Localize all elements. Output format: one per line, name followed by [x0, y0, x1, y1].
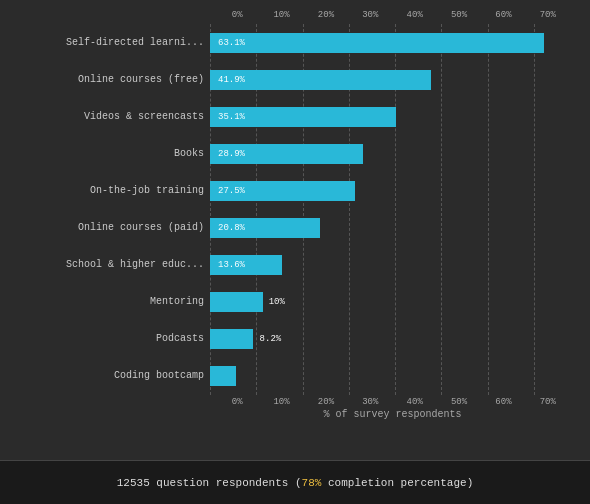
- bottom-axis-label: 10%: [259, 397, 303, 407]
- y-label: Self-directed learni...: [66, 38, 204, 48]
- top-axis-label: 50%: [437, 10, 481, 20]
- bar-value-label: 41.9%: [218, 75, 245, 85]
- bar-row: 35.1%: [210, 103, 580, 131]
- bar: 35.1%: [210, 107, 396, 127]
- bar-value-label: 20.8%: [218, 223, 245, 233]
- bar-row: 10%: [210, 288, 580, 316]
- bar-value-label: 10%: [269, 297, 285, 307]
- top-axis-label: 10%: [259, 10, 303, 20]
- bar-row: [210, 362, 580, 390]
- y-label: Books: [174, 149, 204, 159]
- chart-container: 0%10%20%30%40%50%60%70% Self-directed le…: [0, 0, 590, 460]
- bar: 27.5%: [210, 181, 355, 201]
- y-label: School & higher educ...: [66, 260, 204, 270]
- bar: 10%: [210, 292, 263, 312]
- top-axis-label: 20%: [304, 10, 348, 20]
- bar-value-label: 13.6%: [218, 260, 245, 270]
- top-axis-label: 60%: [481, 10, 525, 20]
- bar-row: 63.1%: [210, 29, 580, 57]
- bottom-axis-label: 20%: [304, 397, 348, 407]
- bar-row: 13.6%: [210, 251, 580, 279]
- top-axis-label: 40%: [393, 10, 437, 20]
- bar-value-label: 8.2%: [260, 334, 282, 344]
- bottom-axis-label: 60%: [481, 397, 525, 407]
- top-axis-label: 0%: [215, 10, 259, 20]
- bar-row: 20.8%: [210, 214, 580, 242]
- y-label: Podcasts: [156, 334, 204, 344]
- bar-value-label: 63.1%: [218, 38, 245, 48]
- x-axis-title: % of survey respondents: [215, 409, 570, 420]
- bottom-axis-label: 0%: [215, 397, 259, 407]
- y-label: Online courses (paid): [78, 223, 204, 233]
- bar-row: 28.9%: [210, 140, 580, 168]
- bottom-axis-label: 30%: [348, 397, 392, 407]
- bar-value-label: 35.1%: [218, 112, 245, 122]
- top-axis-label: 70%: [526, 10, 570, 20]
- bar-value-label: 28.9%: [218, 149, 245, 159]
- bar-row: 8.2%: [210, 325, 580, 353]
- bar: [210, 366, 236, 386]
- bar: 28.9%: [210, 144, 363, 164]
- chart-body: Self-directed learni...Online courses (f…: [10, 24, 580, 395]
- y-labels: Self-directed learni...Online courses (f…: [10, 24, 210, 395]
- y-label: Online courses (free): [78, 75, 204, 85]
- top-axis-label: 30%: [348, 10, 392, 20]
- bottom-axis-label: 50%: [437, 397, 481, 407]
- top-axis: 0%10%20%30%40%50%60%70%: [215, 10, 570, 20]
- y-label: On-the-job training: [90, 186, 204, 196]
- bar-value-label: 27.5%: [218, 186, 245, 196]
- y-label: Coding bootcamp: [114, 371, 204, 381]
- bar: 13.6%: [210, 255, 282, 275]
- bottom-axis: 0%10%20%30%40%50%60%70%: [215, 397, 570, 407]
- bar: 63.1%: [210, 33, 544, 53]
- footer-text: 12535 question respondents (78% completi…: [117, 477, 473, 489]
- footer: 12535 question respondents (78% completi…: [0, 460, 590, 504]
- bar: 41.9%: [210, 70, 431, 90]
- bar-row: 41.9%: [210, 66, 580, 94]
- bar: 8.2%: [210, 329, 253, 349]
- bottom-axis-label: 40%: [393, 397, 437, 407]
- bar: 20.8%: [210, 218, 320, 238]
- bar-row: 27.5%: [210, 177, 580, 205]
- bottom-axis-label: 70%: [526, 397, 570, 407]
- y-label: Videos & screencasts: [84, 112, 204, 122]
- bars-area: 63.1%41.9%35.1%28.9%27.5%20.8%13.6%10%8.…: [210, 24, 580, 395]
- y-label: Mentoring: [150, 297, 204, 307]
